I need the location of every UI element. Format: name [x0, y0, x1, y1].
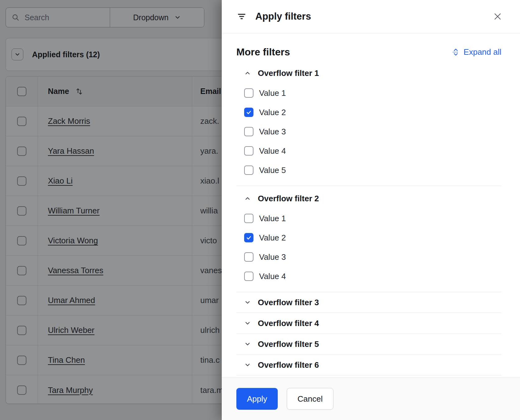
chevron-down-icon [244, 362, 251, 368]
chevron-down-icon [244, 341, 251, 348]
more-filters-heading: More filters [236, 46, 290, 58]
filter-group-label: Overflow filter 1 [258, 68, 319, 78]
filter-option: Value 1 [244, 213, 501, 223]
filter-option: Value 3 [244, 252, 501, 262]
filter-option-label: Value 2 [259, 108, 286, 117]
filter-group-label: Overflow filter 2 [258, 194, 319, 203]
cancel-button[interactable]: Cancel [287, 388, 333, 410]
section-divider [236, 313, 501, 313]
expand-all-icon [452, 48, 460, 56]
filter-group-header-5[interactable]: Overflow filter 5 [244, 339, 501, 349]
panel-title: Apply filters [255, 11, 311, 22]
filter-lines-icon [237, 12, 246, 21]
filter-group-header-2[interactable]: Overflow filter 2 [244, 193, 501, 204]
section-divider [236, 334, 501, 334]
filter-group-header-1[interactable]: Overflow filter 1 [244, 68, 501, 79]
section-divider [236, 375, 501, 376]
panel-footer: Apply Cancel [222, 377, 520, 420]
filter-group-label: Overflow filter 3 [258, 298, 319, 307]
apply-button[interactable]: Apply [236, 388, 278, 410]
section-divider [236, 186, 501, 186]
apply-filters-panel: Apply filters More filters Expand all Ov… [222, 0, 520, 420]
filter-group-header-4[interactable]: Overflow filter 4 [244, 318, 501, 329]
close-button[interactable] [493, 12, 502, 21]
filter-option-label: Value 1 [259, 214, 286, 223]
filter-option: Value 4 [244, 146, 501, 156]
chevron-up-icon [244, 70, 251, 77]
checkbox[interactable] [244, 166, 253, 175]
checkbox[interactable] [244, 272, 253, 281]
filter-option-label: Value 3 [259, 127, 286, 137]
chevron-up-icon [244, 195, 251, 202]
panel-body: More filters Expand all Overflow filter … [222, 33, 520, 377]
filter-option-label: Value 5 [259, 166, 286, 175]
filter-option-label: Value 4 [259, 146, 286, 156]
expand-all-button[interactable]: Expand all [452, 47, 501, 57]
chevron-down-icon [244, 320, 251, 327]
expand-all-label: Expand all [464, 47, 501, 57]
filter-option: Value 5 [244, 165, 501, 175]
filter-option: Value 3 [244, 127, 501, 137]
filter-group-header-3[interactable]: Overflow filter 3 [244, 297, 501, 308]
checkbox[interactable] [244, 233, 253, 242]
chevron-down-icon [244, 299, 251, 306]
check-icon [246, 109, 252, 115]
checkbox[interactable] [244, 127, 253, 136]
filter-group-label: Overflow filter 5 [258, 339, 319, 349]
checkbox[interactable] [244, 146, 253, 156]
checkbox[interactable] [244, 214, 253, 223]
close-icon [493, 12, 502, 21]
section-divider [236, 292, 501, 292]
filter-option: Value 2 [244, 233, 501, 243]
filter-option-label: Value 1 [259, 88, 286, 98]
more-filters-row: More filters Expand all [236, 45, 501, 59]
filter-option: Value 1 [244, 88, 501, 98]
check-icon [246, 235, 252, 241]
filter-option-label: Value 2 [259, 233, 286, 243]
filter-option: Value 2 [244, 107, 501, 117]
filter-group-label: Overflow filter 6 [258, 360, 319, 370]
checkbox[interactable] [244, 252, 253, 262]
filter-option-label: Value 3 [259, 252, 286, 262]
checkbox[interactable] [244, 108, 253, 117]
checkbox[interactable] [244, 88, 253, 98]
panel-header: Apply filters [222, 0, 520, 33]
filter-option: Value 4 [244, 271, 501, 281]
filter-group-header-6[interactable]: Overflow filter 6 [244, 360, 501, 370]
section-divider [236, 354, 501, 355]
filter-option-label: Value 4 [259, 272, 286, 281]
filter-group-label: Overflow filter 4 [258, 319, 319, 328]
